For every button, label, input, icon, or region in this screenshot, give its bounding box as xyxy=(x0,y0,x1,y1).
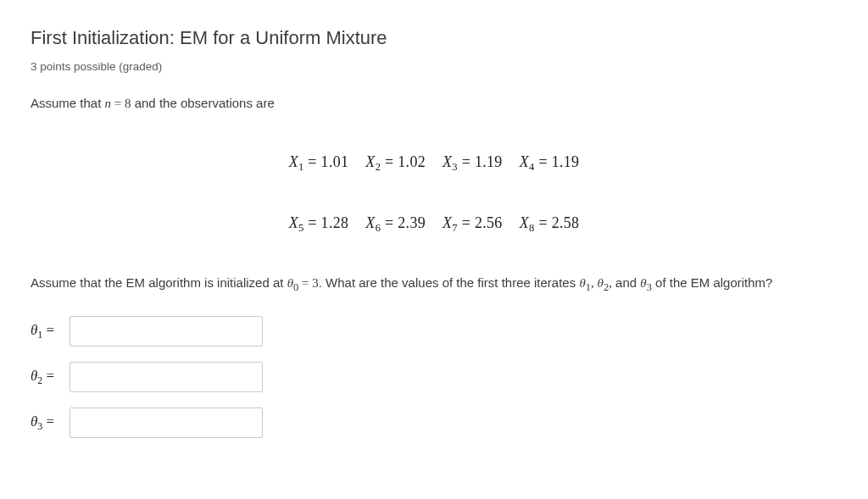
observation-term: X6 = 2.39 xyxy=(365,212,426,236)
observations-row-2: X5 = 1.28X6 = 2.39X7 = 2.56X8 = 2.58 xyxy=(31,212,837,236)
observation-term: X4 = 1.19 xyxy=(520,151,580,175)
observations-row-1: X1 = 1.01X2 = 1.02X3 = 1.19X4 = 1.19 xyxy=(31,151,837,175)
answer-label: θ3 = xyxy=(31,411,70,434)
theta2-input[interactable] xyxy=(70,362,263,392)
answer-label: θ2 = xyxy=(31,365,70,388)
question-text: Assume that the EM algorithm is initiali… xyxy=(31,274,837,296)
observation-term: X2 = 1.02 xyxy=(365,151,426,175)
observation-term: X1 = 1.01 xyxy=(289,151,349,175)
theta3-input[interactable] xyxy=(70,408,263,438)
answer-row: θ1 = xyxy=(31,316,837,347)
page-title: First Initialization: EM for a Uniform M… xyxy=(31,24,837,52)
answer-label: θ1 = xyxy=(31,319,70,342)
observation-term: X5 = 1.28 xyxy=(289,212,349,236)
observation-term: X7 = 2.56 xyxy=(442,212,503,236)
answer-row: θ2 = xyxy=(31,362,837,392)
observation-term: X3 = 1.19 xyxy=(442,151,503,175)
theta1-input[interactable] xyxy=(70,316,263,347)
answer-row: θ3 = xyxy=(31,408,837,438)
points-possible: 3 points possible (graded) xyxy=(31,58,837,75)
observation-term: X8 = 2.58 xyxy=(520,212,580,236)
intro-text: Assume that n = 8 and the observations a… xyxy=(31,94,837,114)
